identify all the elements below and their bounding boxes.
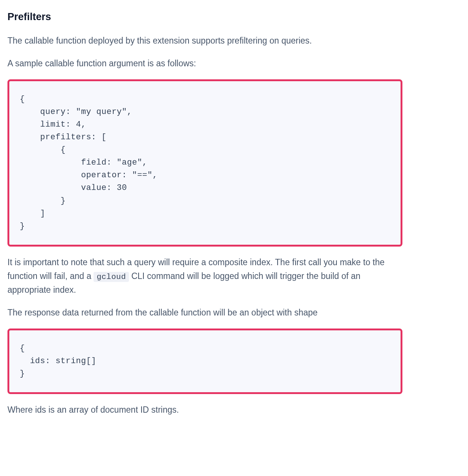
code-block-response-shape: { ids: string[] } [7,329,402,394]
intro-paragraph-1: The callable function deployed by this e… [7,34,402,48]
code-block-sample-argument: { query: "my query", limit: 4, prefilter… [7,79,402,247]
code-block-wrapper: { query: "my query", limit: 4, prefilter… [7,79,402,247]
section-heading: Prefilters [7,9,402,25]
intro-paragraph-2: A sample callable function argument is a… [7,57,402,70]
code-block-wrapper: { ids: string[] } [7,329,402,394]
response-intro-paragraph: The response data returned from the call… [7,306,402,320]
document-content: Prefilters The callable function deploye… [7,9,402,417]
composite-index-note: It is important to note that such a quer… [7,256,402,297]
closing-paragraph: Where ids is an array of document ID str… [7,403,402,417]
inline-code-gcloud: gcloud [94,272,129,282]
